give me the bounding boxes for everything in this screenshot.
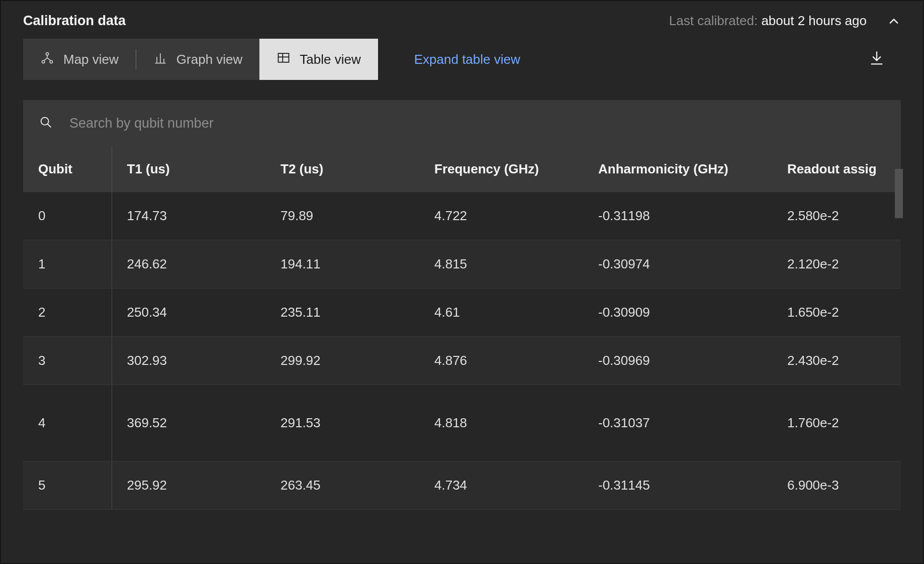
cell-anh: -0.30974: [583, 240, 772, 289]
svg-point-0: [46, 52, 48, 55]
cell-t1: 174.73: [112, 192, 265, 240]
cell-t2: 194.11: [265, 240, 419, 289]
cell-qubit: 4: [23, 385, 112, 461]
table-row[interactable]: 3302.93299.924.876-0.309692.430e-2: [23, 337, 901, 385]
expand-table-link[interactable]: Expand table view: [390, 52, 520, 67]
table-row[interactable]: 4369.52291.534.818-0.310371.760e-2: [23, 385, 901, 461]
last-calibrated-value: about 2 hours ago: [761, 13, 867, 28]
cell-anh: -0.30909: [583, 289, 772, 337]
svg-point-1: [42, 60, 45, 63]
cell-freq: 4.876: [419, 337, 583, 385]
table-header-row: Qubit T1 (us) T2 (us) Frequency (GHz) An…: [23, 146, 901, 192]
scrollbar-thumb[interactable]: [895, 169, 903, 218]
tab-label: Graph view: [176, 52, 243, 67]
col-header-t1[interactable]: T1 (us): [112, 146, 265, 192]
cell-t2: 79.89: [265, 192, 419, 240]
cell-ro: 1.650e-2: [772, 289, 901, 337]
col-header-qubit[interactable]: Qubit: [23, 146, 112, 192]
calibration-panel: Calibration data Last calibrated: about …: [1, 1, 923, 563]
cell-ro: 1.760e-2: [772, 385, 901, 461]
search-icon: [38, 115, 53, 132]
cell-ro: 6.900e-3: [772, 461, 901, 510]
cell-anh: -0.30969: [583, 337, 772, 385]
cell-qubit: 1: [23, 240, 112, 289]
panel-title: Calibration data: [23, 13, 126, 29]
bar-chart-icon: [153, 51, 167, 68]
svg-point-2: [50, 60, 52, 63]
tab-label: Table view: [300, 52, 360, 67]
tab-graph-view[interactable]: Graph view: [136, 39, 260, 80]
col-header-anharmonicity[interactable]: Anharmonicity (GHz): [583, 146, 772, 192]
cell-freq: 4.61: [419, 289, 583, 337]
toolbar: Map view Graph view Table view: [1, 39, 923, 80]
search-input[interactable]: [53, 116, 886, 131]
download-button[interactable]: [863, 45, 891, 73]
tab-table-view[interactable]: Table view: [259, 39, 378, 80]
table-icon: [276, 51, 291, 68]
download-icon: [868, 49, 886, 69]
cell-ro: 2.580e-2: [772, 192, 901, 240]
cell-t2: 291.53: [265, 385, 419, 461]
cell-ro: 2.430e-2: [772, 337, 901, 385]
svg-point-4: [41, 118, 49, 125]
view-tabs: Map view Graph view Table view: [23, 39, 378, 80]
cell-freq: 4.734: [419, 461, 583, 510]
col-header-readout[interactable]: Readout assig: [772, 146, 901, 192]
cell-t1: 302.93: [112, 337, 265, 385]
table-container: Qubit T1 (us) T2 (us) Frequency (GHz) An…: [23, 146, 901, 510]
cell-t2: 263.45: [265, 461, 419, 510]
cell-t1: 250.34: [112, 289, 265, 337]
cell-freq: 4.818: [419, 385, 583, 461]
cell-anh: -0.31145: [583, 461, 772, 510]
cell-qubit: 0: [23, 192, 112, 240]
cell-qubit: 5: [23, 461, 112, 510]
svg-rect-3: [279, 53, 289, 62]
search-bar[interactable]: [23, 100, 901, 146]
table-row[interactable]: 5295.92263.454.734-0.311456.900e-3: [23, 461, 901, 510]
chevron-up-icon[interactable]: [887, 14, 901, 28]
cell-t2: 299.92: [265, 337, 419, 385]
cell-anh: -0.31037: [583, 385, 772, 461]
table-row[interactable]: 0174.7379.894.722-0.311982.580e-2: [23, 192, 901, 240]
cell-t2: 235.11: [265, 289, 419, 337]
cell-qubit: 2: [23, 289, 112, 337]
tree-icon: [40, 51, 54, 68]
panel-header: Calibration data Last calibrated: about …: [1, 1, 923, 39]
calibration-table: Qubit T1 (us) T2 (us) Frequency (GHz) An…: [23, 146, 901, 510]
cell-t1: 369.52: [112, 385, 265, 461]
tab-map-view[interactable]: Map view: [23, 39, 136, 80]
cell-freq: 4.815: [419, 240, 583, 289]
table-row[interactable]: 1246.62194.114.815-0.309742.120e-2: [23, 240, 901, 289]
last-calibrated-label: Last calibrated:: [669, 13, 762, 28]
col-header-frequency[interactable]: Frequency (GHz): [419, 146, 583, 192]
last-calibrated: Last calibrated: about 2 hours ago: [669, 13, 901, 29]
cell-anh: -0.31198: [583, 192, 772, 240]
col-header-t2[interactable]: T2 (us): [265, 146, 419, 192]
cell-qubit: 3: [23, 337, 112, 385]
tab-label: Map view: [63, 52, 119, 67]
cell-t1: 246.62: [112, 240, 265, 289]
cell-freq: 4.722: [419, 192, 583, 240]
cell-ro: 2.120e-2: [772, 240, 901, 289]
cell-t1: 295.92: [112, 461, 265, 510]
table-row[interactable]: 2250.34235.114.61-0.309091.650e-2: [23, 289, 901, 337]
